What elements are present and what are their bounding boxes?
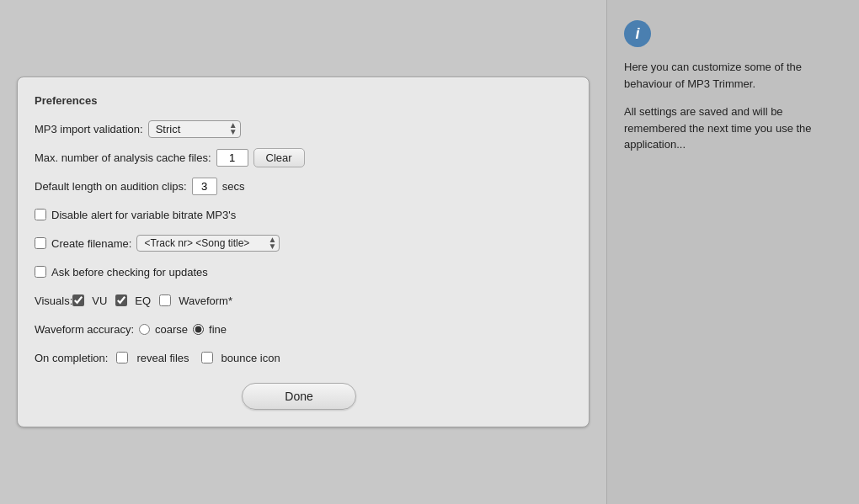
reveal-files-label: reveal files xyxy=(136,352,189,364)
info-paragraph-1: Here you can customize some of the behav… xyxy=(624,59,842,92)
reveal-files-checkbox[interactable] xyxy=(116,352,128,363)
waveform-item: Waveform* xyxy=(159,294,232,307)
filename-select[interactable]: <Track nr> <Song title> <Song title> <Tr… xyxy=(136,235,280,252)
create-filename-checkbox[interactable] xyxy=(35,237,46,249)
waveform-label: Waveform* xyxy=(179,294,232,307)
disable-alert-checkbox[interactable] xyxy=(35,209,46,220)
mp3-validation-row: MP3 import validation: Strict Lenient No… xyxy=(35,119,563,139)
info-text: Here you can customize some of the behav… xyxy=(624,59,842,153)
cache-files-row: Max. number of analysis cache files: Cle… xyxy=(35,147,563,167)
eq-label: EQ xyxy=(135,294,151,307)
ask-updates-row: Ask before checking for updates xyxy=(35,262,563,282)
info-icon: i xyxy=(624,20,651,47)
create-filename-label: Create filename: xyxy=(51,237,131,250)
preferences-title: Preferences xyxy=(35,94,563,107)
audition-input[interactable] xyxy=(192,178,217,195)
coarse-radio[interactable] xyxy=(139,324,150,335)
create-filename-row: Create filename: <Track nr> <Song title>… xyxy=(35,233,563,253)
info-paragraph-2: All settings are saved and will be remem… xyxy=(624,103,842,153)
vu-label: VU xyxy=(92,294,107,307)
vu-item: VU xyxy=(72,294,107,307)
done-button-wrapper: Done xyxy=(35,383,563,410)
visuals-row: Visuals: VU EQ Waveform* xyxy=(35,290,563,310)
mp3-validation-select[interactable]: Strict Lenient None xyxy=(148,120,241,138)
mp3-validation-label: MP3 import validation: xyxy=(35,123,143,135)
on-completion-label: On completion: xyxy=(35,352,108,364)
right-panel: i Here you can customize some of the beh… xyxy=(606,0,859,504)
visuals-items: VU EQ Waveform* xyxy=(72,294,237,307)
on-completion-row: On completion: reveal files bounce icon xyxy=(35,347,563,368)
visuals-label: Visuals: xyxy=(35,294,72,307)
ask-updates-checkbox[interactable] xyxy=(35,266,46,278)
vu-checkbox[interactable] xyxy=(72,294,84,306)
coarse-label: coarse xyxy=(155,323,188,336)
ask-updates-label: Ask before checking for updates xyxy=(51,266,208,279)
audition-row: Default length on audition clips: secs xyxy=(35,176,563,196)
bounce-icon-item: bounce icon xyxy=(201,352,280,364)
reveal-files-item: reveal files xyxy=(116,352,189,364)
waveform-accuracy-label: Waveform accuracy: xyxy=(35,323,134,336)
bounce-icon-checkbox[interactable] xyxy=(201,352,213,363)
audition-label: Default length on audition clips: xyxy=(35,180,187,193)
cache-files-label: Max. number of analysis cache files: xyxy=(35,151,211,164)
left-panel: Preferences MP3 import validation: Stric… xyxy=(0,0,606,504)
waveform-accuracy-row: Waveform accuracy: coarse fine xyxy=(35,319,563,339)
waveform-checkbox[interactable] xyxy=(159,294,171,306)
bounce-icon-label: bounce icon xyxy=(221,352,280,364)
preferences-box: Preferences MP3 import validation: Stric… xyxy=(17,77,590,427)
disable-alert-row: Disable alert for variable bitrate MP3's xyxy=(35,204,563,225)
disable-alert-label: Disable alert for variable bitrate MP3's xyxy=(51,209,236,221)
waveform-accuracy-options: coarse fine xyxy=(139,323,227,336)
eq-item: EQ xyxy=(115,294,151,307)
filename-select-wrapper: <Track nr> <Song title> <Song title> <Tr… xyxy=(136,235,280,252)
clear-button[interactable]: Clear xyxy=(253,148,305,167)
fine-radio[interactable] xyxy=(193,324,204,335)
secs-label: secs xyxy=(222,180,245,193)
done-button[interactable]: Done xyxy=(242,383,355,410)
cache-files-input[interactable] xyxy=(216,149,248,167)
eq-checkbox[interactable] xyxy=(115,294,127,306)
fine-label: fine xyxy=(209,323,227,336)
mp3-validation-select-wrapper: Strict Lenient None ▲ ▼ xyxy=(148,120,241,138)
info-icon-text: i xyxy=(635,25,639,43)
